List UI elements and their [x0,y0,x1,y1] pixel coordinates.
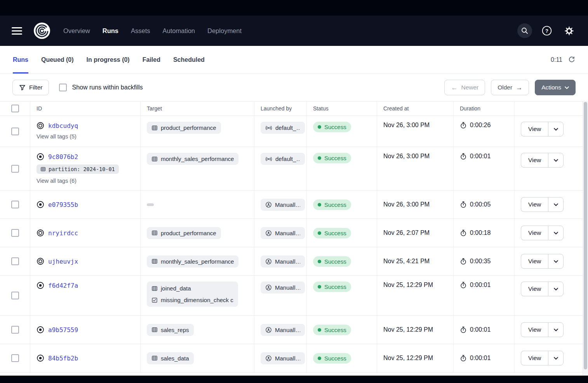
view-button[interactable]: View [521,226,548,240]
view-dropdown-button[interactable] [548,282,564,296]
status-badge[interactable]: Success [313,325,351,335]
stopwatch-icon [460,326,467,333]
scrollbar-thumb[interactable] [584,102,587,369]
view-dropdown-button[interactable] [548,197,564,212]
status-badge[interactable]: Success [313,256,351,267]
backfills-checkbox[interactable] [59,84,67,91]
row-checkbox[interactable] [11,292,19,299]
tab-failed[interactable]: Failed [143,46,160,73]
search-icon[interactable] [517,23,532,38]
launched-by-chip[interactable]: default_… [261,122,305,134]
status-badge[interactable]: Success [313,153,351,163]
nav-item-runs[interactable]: Runs [103,27,118,35]
run-id-link[interactable]: ujheuvjx [48,258,78,265]
nav-item-overview[interactable]: Overview [63,27,90,35]
settings-gear-icon[interactable] [562,23,576,38]
view-all-tags-link[interactable]: View all tags (5) [37,133,77,140]
tab-scheduled[interactable]: Scheduled [173,46,205,73]
view-dropdown-button[interactable] [548,254,564,269]
target-chip[interactable]: sales_reps [147,324,194,336]
target-group[interactable]: joined_data missing_dimension_check c [147,282,238,307]
tab-queued[interactable]: Queued (0) [41,46,74,73]
select-all-checkbox[interactable] [11,105,19,112]
launched-by-chip[interactable]: Manuall… [261,282,305,294]
nav-item-automation[interactable]: Automation [163,27,195,35]
view-button[interactable]: View [521,122,548,136]
status-dot-icon [318,156,321,160]
view-button[interactable]: View [521,282,548,296]
run-id-link[interactable]: a9b57559 [48,326,78,334]
target-chip[interactable]: product_performance [147,122,221,134]
run-id-link[interactable]: nryirdcc [48,229,78,237]
grid-icon [40,166,46,172]
view-dropdown-button[interactable] [548,322,564,337]
vertical-scrollbar[interactable] [583,101,588,376]
launched-by-chip[interactable]: Manuall… [261,352,305,364]
row-checkbox[interactable] [11,229,19,237]
status-badge[interactable]: Success [313,228,351,238]
tab-runs[interactable]: Runs [13,46,28,73]
row-checkbox[interactable] [11,128,19,135]
created-at: Nov 25, 12:29 PM [383,355,433,362]
stopwatch-icon [460,201,467,208]
hamburger-menu-icon[interactable] [12,27,22,35]
status-badge[interactable]: Success [313,353,351,364]
run-id-link[interactable]: 9c8076b2 [48,153,78,161]
view-dropdown-button[interactable] [548,153,564,168]
row-checkbox[interactable] [11,257,19,265]
launched-by-chip[interactable]: Manuall… [261,227,305,239]
row-checkbox[interactable] [11,201,19,208]
nav-item-assets[interactable]: Assets [131,27,150,35]
person-icon [265,355,272,362]
status-dot-icon [318,328,321,332]
view-dropdown-button[interactable] [548,122,564,136]
view-dropdown-button[interactable] [548,351,564,366]
newer-button[interactable]: ← Newer [444,80,485,95]
target-chip[interactable]: monthly_sales_performance [147,255,238,268]
target-chip[interactable]: monthly_sales_performance [147,153,238,165]
view-all-tags-link[interactable]: View all tags (6) [37,178,77,184]
partition-tag[interactable]: partition: 2024-10-01 [37,164,119,174]
status-badge[interactable]: Success [313,282,351,292]
view-dropdown-button[interactable] [548,226,564,240]
created-at: Nov 26, 3:00 PM [383,153,430,160]
actions-button[interactable]: Actions [535,80,576,95]
status-badge[interactable]: Success [313,199,351,210]
view-button[interactable]: View [521,254,548,269]
table-icon [151,156,158,162]
run-dot-icon [37,326,44,334]
older-button[interactable]: Older → [491,80,529,95]
help-icon[interactable]: ? [539,23,554,38]
created-at: Nov 25, 4:21 PM [383,258,430,265]
stopwatch-icon [460,258,467,265]
target-chip[interactable]: product_performance [147,227,221,239]
launched-by-chip[interactable]: Manuall… [261,199,305,211]
created-at: Nov 25, 12:29 PM [383,282,433,289]
view-button[interactable]: View [521,351,548,366]
row-checkbox[interactable] [11,354,19,362]
nav-item-deployment[interactable]: Deployment [207,27,242,35]
table-icon [151,258,158,264]
dagster-logo[interactable] [33,22,51,40]
view-button[interactable]: View [521,197,548,212]
refresh-icon[interactable] [568,56,575,63]
created-at: Nov 26, 3:00 PM [383,201,430,208]
status-badge[interactable]: Success [313,122,351,132]
view-button[interactable]: View [521,322,548,337]
run-id-link[interactable]: 84b5fb2b [48,355,78,362]
target-chip[interactable]: sales_data [147,352,194,364]
stopwatch-icon [460,282,467,289]
run-id-link[interactable]: e079355b [48,201,78,208]
person-icon [265,258,272,265]
filter-button[interactable]: Filter [12,80,49,95]
launched-by-chip[interactable]: Manuall… [261,324,305,336]
run-id-link[interactable]: f6d42f7a [48,282,78,289]
launched-by-chip[interactable]: default_… [261,153,305,165]
col-header-actions [515,101,583,115]
view-button[interactable]: View [521,153,548,168]
row-checkbox[interactable] [11,165,19,173]
run-id-link[interactable]: kdbcudyq [48,122,78,129]
launched-by-chip[interactable]: Manuall… [261,255,305,268]
row-checkbox[interactable] [11,326,19,334]
tab-in-progress[interactable]: In progress (0) [87,46,130,73]
